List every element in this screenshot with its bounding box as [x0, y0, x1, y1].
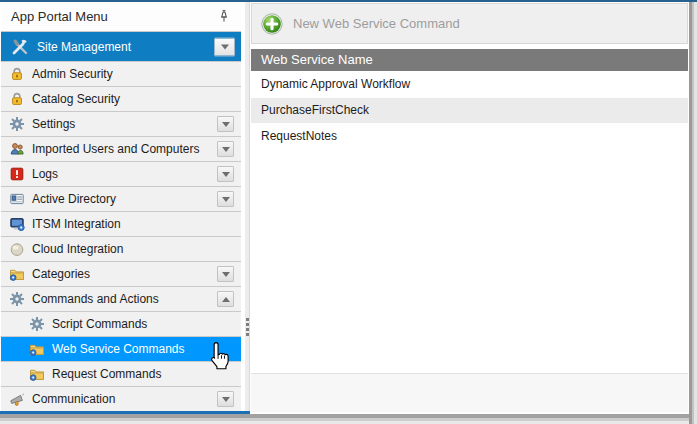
- gear-icon: [9, 291, 25, 307]
- status-footer: [251, 373, 688, 412]
- sidebar-item-label: Commands and Actions: [32, 292, 159, 306]
- sidebar-item-label: ITSM Integration: [32, 217, 121, 231]
- sidebar-item-request-commands[interactable]: Request Commands: [1, 361, 241, 386]
- sidebar-item-label: Cloud Integration: [32, 242, 123, 256]
- chevron-down-icon: [222, 272, 230, 277]
- window-bottom-border: [0, 414, 697, 424]
- table-row[interactable]: PurchaseFirstCheck: [251, 98, 688, 123]
- sidebar-item-label: Communication: [32, 392, 115, 406]
- sidebar-item-admin-security[interactable]: Admin Security: [1, 61, 241, 86]
- sidebar-item-label: Categories: [32, 267, 90, 281]
- new-web-service-command-button[interactable]: New Web Service Command: [261, 13, 460, 35]
- megaphone-icon: [9, 391, 25, 407]
- add-icon: [261, 13, 283, 35]
- main-panel: New Web Service Command Web Service Name…: [251, 2, 688, 412]
- sidebar-item-label: Catalog Security: [32, 92, 120, 106]
- chevron-down-button[interactable]: [217, 166, 234, 182]
- table-row[interactable]: Dynamic Approval Workflow: [251, 72, 688, 97]
- chevron-down-button[interactable]: [217, 141, 234, 157]
- cloud-icon: [9, 241, 25, 257]
- chevron-down-button[interactable]: [217, 391, 234, 407]
- sidebar-item-label: Web Service Commands: [52, 342, 185, 356]
- sidebar-item-script-commands[interactable]: Script Commands: [1, 311, 241, 336]
- pin-icon[interactable]: [216, 8, 232, 24]
- sidebar-item-web-service-commands[interactable]: Web Service Commands: [1, 336, 241, 361]
- sidebar-item-settings[interactable]: Settings: [1, 111, 241, 136]
- chevron-down-icon: [221, 44, 229, 49]
- chevron-down-icon: [222, 147, 230, 152]
- id-card-icon: [9, 191, 25, 207]
- folder-gear-icon: [29, 341, 45, 357]
- logs-icon: [9, 166, 25, 182]
- sidebar-item-label: Script Commands: [52, 317, 147, 331]
- sidebar-item-label: Site Management: [37, 40, 131, 54]
- sidebar-item-label: Settings: [32, 117, 75, 131]
- splitter-grip-icon: [246, 318, 249, 336]
- chevron-down-icon: [222, 172, 230, 177]
- chevron-down-icon: [222, 397, 230, 402]
- window-right-border: [689, 2, 697, 424]
- folder-gear-icon: [9, 266, 25, 282]
- sidebar-item-label: Admin Security: [32, 67, 113, 81]
- sidebar-panel: App Portal Menu Site Management Admin: [1, 2, 241, 411]
- chevron-up-button[interactable]: [217, 291, 234, 307]
- sidebar-item-active-directory[interactable]: Active Directory: [1, 186, 241, 211]
- gear-icon: [29, 316, 45, 332]
- chevron-down-icon: [222, 197, 230, 202]
- sidebar-item-communication[interactable]: Communication: [1, 386, 241, 411]
- window-top-border: [0, 0, 697, 2]
- sidebar-item-label: Logs: [32, 167, 58, 181]
- sidebar-item-label: Imported Users and Computers: [32, 142, 199, 156]
- tools-icon: [10, 37, 30, 57]
- sidebar-item-label: Active Directory: [32, 192, 116, 206]
- sidebar-bottom-border: [0, 411, 250, 414]
- sidebar-item-imported-users-and-computers[interactable]: Imported Users and Computers: [1, 136, 241, 161]
- sidebar-item-catalog-security[interactable]: Catalog Security: [1, 86, 241, 111]
- chevron-down-button[interactable]: [214, 37, 235, 56]
- chevron-down-button[interactable]: [217, 266, 234, 282]
- sidebar-header: App Portal Menu: [1, 2, 241, 31]
- folder-gear-icon: [29, 366, 45, 382]
- sidebar-item-logs[interactable]: Logs: [1, 161, 241, 186]
- chevron-down-button[interactable]: [217, 116, 234, 132]
- app-window: App Portal Menu Site Management Admin: [0, 0, 697, 424]
- sidebar-item-cloud-integration[interactable]: Cloud Integration: [1, 236, 241, 261]
- sidebar-title: App Portal Menu: [11, 9, 108, 24]
- panel-splitter[interactable]: [244, 2, 250, 411]
- sidebar-item-label: Request Commands: [52, 367, 161, 381]
- lock-icon: [9, 91, 25, 107]
- table-row[interactable]: RequestNotes: [251, 124, 688, 149]
- chevron-down-button[interactable]: [217, 191, 234, 207]
- column-header-web-service-name[interactable]: Web Service Name: [251, 49, 688, 71]
- sidebar-item-itsm-integration[interactable]: ITSM Integration: [1, 211, 241, 236]
- new-button-label: New Web Service Command: [293, 16, 460, 31]
- sidebar-item-categories[interactable]: Categories: [1, 261, 241, 286]
- lock-icon: [9, 66, 25, 82]
- toolbar: New Web Service Command: [251, 3, 688, 44]
- sidebar-item-commands-and-actions[interactable]: Commands and Actions: [1, 286, 241, 311]
- monitor-gear-icon: [9, 216, 25, 232]
- gear-icon: [9, 116, 25, 132]
- chevron-down-icon: [222, 122, 230, 127]
- chevron-up-icon: [222, 297, 230, 302]
- users-icon: [9, 141, 25, 157]
- sidebar-item-site-management[interactable]: Site Management: [1, 31, 241, 61]
